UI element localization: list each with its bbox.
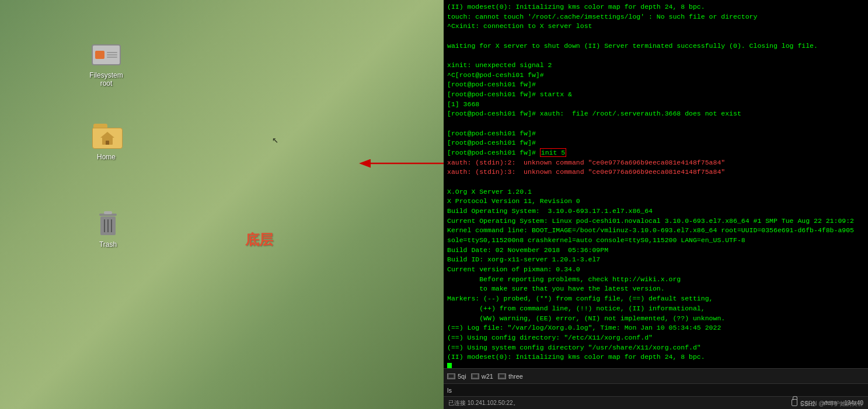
terminal-line-3 [447,32,864,41]
terminal-status-bar: 已连接 10.241.102.50:22。 SSH2 xterm 134x40 [444,396,868,409]
ssh-label: SSH2 [800,401,815,407]
trash-icon-image [94,210,122,238]
terminal-line-28: Before reporting problems, check http://… [447,275,864,285]
tab-three[interactable]: three [498,373,523,380]
terminal-cursor [447,362,864,368]
terminal-line-19: X.Org X Server 1.20.1 [447,187,864,197]
trash-label: Trash [99,240,117,249]
arrow-annotation [327,140,461,187]
terminal-line-1: touch: cannot touch '/root/.cache/imsett… [447,12,864,22]
terminal-line-36: (II) modeset(0): Initializing kms color … [447,352,864,362]
terminal-line-30: Markers: (--) probed, (**) from config f… [447,294,864,304]
terminal-line-4: waiting for X server to shut down (II) S… [447,41,864,51]
terminal-line-27: Current version of pixman: 0.34.0 [447,265,864,275]
trash-icon[interactable]: Trash [85,210,131,249]
terminal-line-10: [1] 3668 [447,100,864,110]
terminal-output[interactable]: (II) modeset(0): Initializing kms color … [444,0,868,368]
terminal-line-11: [root@pod-ceshi01 fw]# xauth: file /root… [447,109,864,119]
terminal-line-7: ^C[root@pod-ceshi01 fw]# [447,71,864,81]
lock-icon [792,399,797,406]
terminal-line-35: (==) Using system config directory "/usr… [447,343,864,353]
chinese-text-label: 底层 [245,230,273,249]
terminal-tab-bar: 5qi w21 three [444,368,868,383]
tab-three-icon [498,373,506,379]
tab-5qi-label: 5qi [458,373,466,380]
app-label: xterm [822,400,837,406]
tab-5qi-icon [447,373,455,379]
tab-w21[interactable]: w21 [471,373,493,380]
terminal-line-34: (==) Using config directory: "/etc/X11/x… [447,333,864,343]
terminal-line-20: X Protocol Version 11, Revision 0 [447,197,864,207]
home-label: Home [97,153,116,161]
tab-three-label: three [508,373,523,380]
lock-ssh-group: SSH2 [792,399,815,407]
terminal-line-24: sole=ttyS0,115200n8 crashkernel=auto con… [447,236,864,246]
tab-w21-label: w21 [482,373,493,380]
terminal-line-0: (II) modeset(0): Initializing kms color … [447,2,864,12]
tab-5qi[interactable]: 5qi [447,373,466,380]
terminal-line-9: [root@pod-ceshi01 fw]# startx & [447,90,864,100]
tab-w21-icon [471,373,479,379]
terminal-line-32: (WW) warning, (EE) error, (NI) not imple… [447,314,864,324]
desktop: Filesystem root Home [0,0,444,409]
terminal-line-22: Current Operating System: Linux pod-cesh… [447,216,864,226]
terminal-line-25: Build Date: 02 November 2018 05:36:09PM [447,246,864,256]
size-label: 134x40 [844,400,863,406]
hdd-icon-image [92,41,120,69]
terminal-line-8: [root@pod-ceshi01 fw]# [447,80,864,90]
filesystem-root-label: Filesystem root [83,71,130,88]
terminal-line-17: xauth: (stdin):3: unknown command "ce0e9… [447,167,864,177]
terminal-line-31: (++) from command line, (!!) notice, (II… [447,304,864,314]
terminal-line-33: (==) Log file: "/var/log/Xorg.0.log", Ti… [447,323,864,333]
terminal-line-16: xauth: (stdin):2: unknown command "ce0e9… [447,158,864,168]
terminal-line-26: Build ID: xorg-x11-server 1.20.1-3.el7 [447,255,864,265]
status-right-group: SSH2 xterm 134x40 [792,399,863,407]
terminal-line-29: to make sure that you have the latest ve… [447,284,864,294]
svg-rect-1 [104,211,112,214]
terminal-command-input: ls [447,387,452,394]
terminal-line-5 [447,51,864,61]
terminal-line-13: [root@pod-ceshi01 fw]# [447,129,864,139]
terminal-input-bar[interactable]: ls [444,383,868,396]
terminal-line-18 [447,177,864,187]
terminal-panel: (II) modeset(0): Initializing kms color … [444,0,868,409]
terminal-line-6: xinit: unexpected signal 2 [447,61,864,71]
connection-status: 已连接 10.241.102.50:22。 [448,399,519,407]
mouse-cursor: ↖ [272,133,279,144]
terminal-line-21: Build Operating System: 3.10.0-693.17.1.… [447,207,864,216]
terminal-line-2: ^Cxinit: connection to X server lost [447,22,864,32]
terminal-line-23: Kernel command line: BOOT_IMAGE=/boot/vm… [447,226,864,236]
terminal-line-14: [root@pod-ceshi01 fw]# [447,138,864,148]
filesystem-root-icon[interactable]: Filesystem root [83,41,130,88]
home-folder-icon[interactable]: Home [83,123,130,161]
terminal-line-12 [447,119,864,129]
terminal-line-15: [root@pod-ceshi01 fw]# init 5 [447,148,864,158]
folder-icon-image [92,123,120,151]
